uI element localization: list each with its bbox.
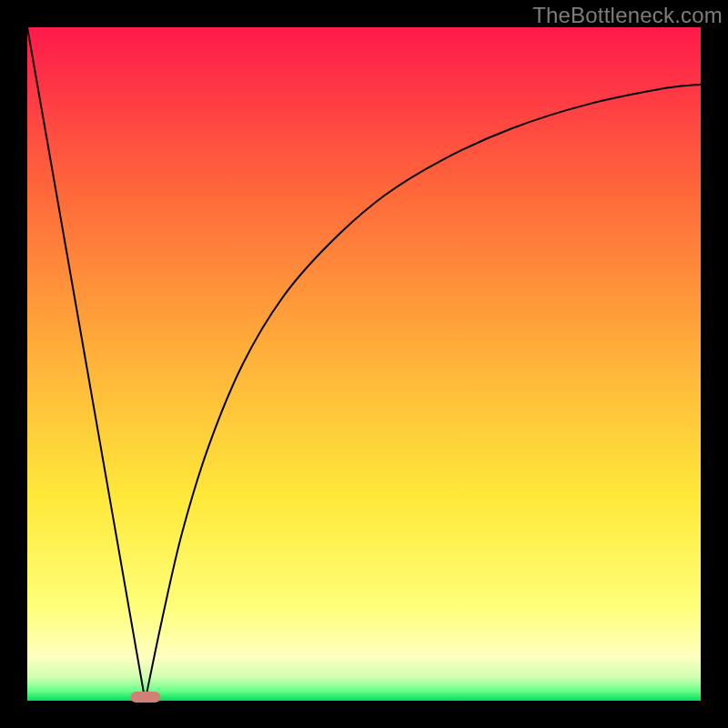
- optimal-point-marker: [130, 692, 160, 703]
- watermark-text: TheBottleneck.com: [532, 3, 723, 28]
- chart-frame: TheBottleneck.com: [0, 0, 728, 728]
- plot-area: [27, 27, 701, 701]
- bottleneck-curve: [27, 27, 701, 701]
